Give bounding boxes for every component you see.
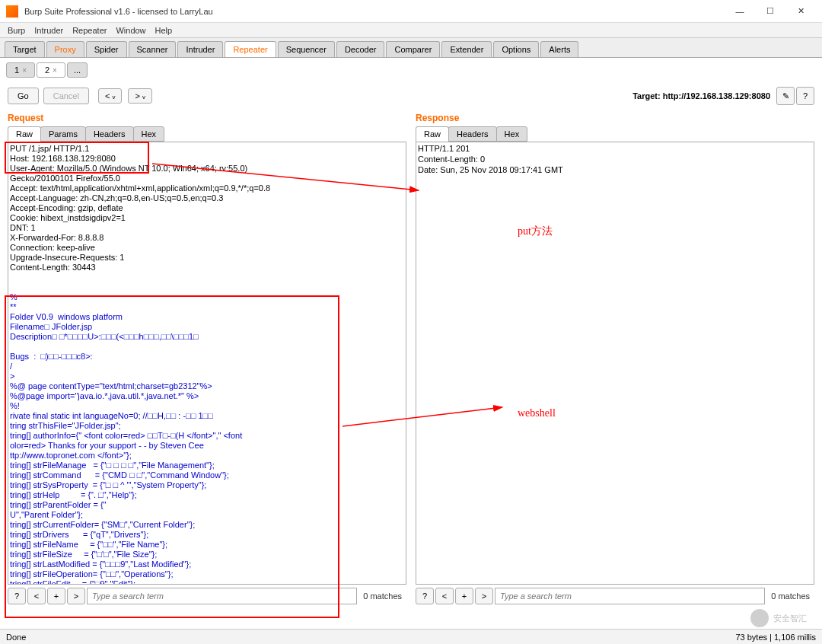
svg-line-0: [152, 164, 419, 190]
close-button[interactable]: ✕: [785, 1, 816, 22]
search-help-button[interactable]: ?: [416, 588, 434, 604]
go-button[interactable]: Go: [8, 88, 39, 104]
annotation-webshell: webshell: [518, 407, 556, 419]
history-forward-button[interactable]: > v: [128, 88, 152, 104]
svg-line-1: [342, 407, 502, 426]
search-next-button[interactable]: >: [475, 588, 493, 604]
request-search-input[interactable]: [87, 588, 357, 604]
watermark-logo-icon: [750, 609, 769, 627]
menu-window[interactable]: Window: [111, 24, 150, 37]
response-tab-headers[interactable]: Headers: [448, 126, 497, 142]
title-bar: Burp Suite Professional v1.6 - licensed …: [0, 0, 822, 23]
watermark: 安全智汇: [750, 609, 807, 627]
request-tab-hex[interactable]: Hex: [133, 126, 165, 142]
history-back-button[interactable]: < v: [98, 88, 123, 104]
target-label: Target: http://192.168.138.129:8080: [632, 91, 770, 100]
response-match-count: 0 matches: [766, 591, 814, 601]
cancel-button: Cancel: [43, 88, 89, 104]
arrow-webshell-icon: [342, 388, 510, 434]
tab-scanner[interactable]: Scanner: [129, 41, 177, 57]
tab-sequencer[interactable]: Sequencer: [278, 41, 335, 57]
request-tab-headers[interactable]: Headers: [85, 126, 134, 142]
close-icon[interactable]: ×: [53, 66, 57, 75]
subtab-1[interactable]: 1×: [6, 62, 35, 78]
tab-options[interactable]: Options: [493, 41, 539, 57]
tab-intruder[interactable]: Intruder: [177, 41, 223, 57]
tab-extender[interactable]: Extender: [441, 41, 492, 57]
tab-repeater[interactable]: Repeater: [225, 41, 276, 57]
menu-repeater[interactable]: Repeater: [68, 24, 111, 37]
status-right: 73 bytes | 1,106 millis: [735, 633, 816, 642]
search-next-button[interactable]: >: [67, 588, 85, 604]
tab-spider[interactable]: Spider: [86, 41, 127, 57]
help-button[interactable]: ?: [796, 87, 814, 105]
annotation-put: put方法: [518, 225, 553, 238]
request-match-count: 0 matches: [358, 591, 406, 601]
response-pane: Response Raw Headers Hex HTTP/1.1 201 Co…: [416, 110, 814, 604]
subtab-more[interactable]: ...: [67, 62, 88, 78]
search-add-button[interactable]: +: [455, 588, 473, 604]
status-left: Done: [6, 633, 26, 642]
repeater-toolbar: Go Cancel < v > v Target: http://192.168…: [0, 82, 822, 110]
menu-intruder[interactable]: Intruder: [30, 24, 68, 37]
search-help-button[interactable]: ?: [8, 588, 26, 604]
minimize-button[interactable]: —: [725, 1, 755, 22]
arrow-put-icon: [152, 152, 426, 198]
tab-alerts[interactable]: Alerts: [540, 41, 578, 57]
status-bar: Done 73 bytes | 1,106 millis: [0, 629, 822, 644]
tab-target[interactable]: Target: [5, 41, 45, 57]
request-tab-raw[interactable]: Raw: [8, 126, 41, 142]
repeater-subtabs: 1× 2× ...: [0, 58, 822, 82]
subtab-2[interactable]: 2×: [37, 62, 65, 78]
response-editor[interactable]: HTTP/1.1 201 Content-Length: 0 Date: Sun…: [416, 142, 814, 585]
request-title: Request: [8, 110, 406, 126]
app-icon: [6, 5, 18, 18]
window-title: Burp Suite Professional v1.6 - licensed …: [24, 7, 725, 16]
menu-bar: Burp Intruder Repeater Window Help: [0, 23, 822, 38]
close-icon[interactable]: ×: [22, 66, 27, 75]
request-editor[interactable]: PUT /1.jsp/ HTTP/1.1 Host: 192.168.138.1…: [8, 142, 406, 585]
menu-burp[interactable]: Burp: [3, 24, 30, 37]
maximize-button[interactable]: ☐: [755, 1, 785, 22]
menu-help[interactable]: Help: [151, 24, 177, 37]
edit-target-button[interactable]: ✎: [776, 87, 795, 105]
response-search-input[interactable]: [495, 588, 765, 604]
tab-decoder[interactable]: Decoder: [336, 41, 385, 57]
response-tab-hex[interactable]: Hex: [496, 126, 528, 142]
request-tab-params[interactable]: Params: [40, 126, 86, 142]
search-prev-button[interactable]: <: [435, 588, 454, 604]
response-tab-raw[interactable]: Raw: [416, 126, 449, 142]
search-add-button[interactable]: +: [47, 588, 65, 604]
tab-proxy[interactable]: Proxy: [46, 41, 84, 57]
response-title: Response: [416, 110, 814, 126]
tab-comparer[interactable]: Comparer: [386, 41, 440, 57]
search-prev-button[interactable]: <: [27, 588, 46, 604]
main-tabs: Target Proxy Spider Scanner Intruder Rep…: [0, 38, 822, 58]
